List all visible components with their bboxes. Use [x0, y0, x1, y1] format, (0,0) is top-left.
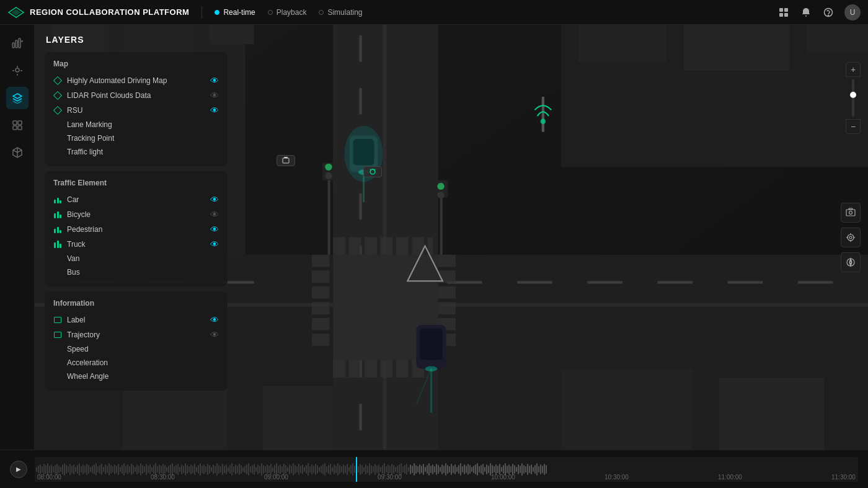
layer-row-hadmap[interactable]: Highly Automated Driving Map 👁: [53, 73, 219, 88]
bell-icon[interactable]: [800, 6, 812, 19]
car-visibility[interactable]: 👁: [210, 195, 219, 205]
sidebar-item-grid[interactable]: [6, 114, 29, 136]
svg-rect-93: [353, 139, 374, 165]
help-icon[interactable]: [822, 6, 835, 19]
layer-row-label[interactable]: Label 👁: [53, 313, 219, 327]
layer-row-rsu[interactable]: RSU 👁: [53, 103, 219, 118]
sidebar-item-layers[interactable]: [6, 87, 29, 109]
mode-simulating[interactable]: Simulating: [319, 8, 362, 17]
svg-rect-58: [333, 237, 345, 255]
layer-row-tracking[interactable]: Tracking Point: [53, 131, 219, 145]
svg-rect-74: [312, 302, 329, 314]
lidar-visibility[interactable]: 👁: [210, 91, 219, 100]
layer-row-wheelangle[interactable]: Wheel Angle: [53, 370, 219, 383]
svg-point-108: [849, 211, 852, 214]
rsu-visibility[interactable]: 👁: [210, 105, 219, 115]
zoom-in-button[interactable]: +: [846, 62, 861, 77]
svg-rect-8: [12, 43, 14, 48]
bicycle-visibility[interactable]: 👁: [210, 210, 219, 220]
sidebar-item-location[interactable]: [6, 60, 29, 82]
timeline: ▶ 08:00:00 08:30:00 09:00:00 09:30:00 10…: [0, 450, 868, 488]
zoom-out-button[interactable]: −: [846, 119, 861, 134]
trajectory-label: Trajectory: [67, 331, 205, 339]
truck-visibility[interactable]: 👁: [210, 239, 219, 249]
svg-rect-36: [359, 35, 361, 61]
svg-point-86: [325, 172, 332, 179]
playback-dot: [268, 10, 273, 15]
traffic-section-header: Traffic Element: [53, 179, 219, 187]
layer-row-pedestrian[interactable]: Pedestrian 👁: [53, 222, 219, 237]
layer-row-lidar[interactable]: LIDAR Point Clouds Data 👁: [53, 88, 219, 103]
mode-selector: Real-time Playback Simulating: [215, 8, 362, 17]
sidebar-item-analytics[interactable]: [6, 32, 29, 55]
layer-row-trafficlight[interactable]: Traffic light: [53, 145, 219, 159]
timeline-track[interactable]: 08:00:00 08:30:00 09:00:00 09:30:00 10:0…: [35, 457, 858, 482]
content-area: LAYERS Map Highly Automated Driving Map …: [35, 25, 868, 450]
compass-button[interactable]: [841, 252, 861, 272]
svg-rect-3: [784, 8, 788, 12]
play-button[interactable]: ▶: [10, 461, 27, 478]
svg-rect-79: [438, 286, 456, 299]
bicycle-icon: [53, 210, 62, 219]
app-title: REGION COLLABORATION PLATFORM: [30, 7, 189, 17]
time-label-7: 11:30:00: [831, 474, 856, 481]
layer-row-acceleration[interactable]: Acceleration: [53, 356, 219, 370]
svg-rect-75: [312, 318, 329, 331]
car-icon: [53, 195, 62, 204]
layer-row-lane[interactable]: Lane Marking: [53, 118, 219, 131]
label-visibility[interactable]: 👁: [210, 315, 219, 325]
target-button[interactable]: [841, 228, 861, 247]
trajectory-visibility[interactable]: 👁: [210, 330, 219, 340]
mode-playback[interactable]: Playback: [268, 8, 307, 17]
layer-row-bicycle[interactable]: Bicycle 👁: [53, 207, 219, 222]
svg-rect-54: [657, 281, 693, 283]
svg-rect-65: [333, 360, 345, 378]
layer-row-truck[interactable]: Truck 👁: [53, 237, 219, 252]
time-label-1: 08:30:00: [151, 474, 175, 481]
simulating-dot: [319, 10, 324, 15]
svg-rect-105: [284, 157, 288, 158]
sidebar: [0, 25, 35, 450]
realtime-label: Real-time: [223, 8, 255, 17]
layer-row-speed[interactable]: Speed: [53, 342, 219, 356]
sidebar-item-box[interactable]: [6, 141, 29, 164]
svg-rect-43: [359, 404, 361, 430]
svg-rect-10: [19, 38, 20, 48]
svg-point-7: [828, 15, 828, 16]
svg-rect-55: [728, 281, 763, 283]
hadmap-visibility[interactable]: 👁: [210, 76, 219, 86]
bus-label: Bus: [53, 268, 219, 277]
header: REGION COLLABORATION PLATFORM Real-time …: [0, 0, 868, 25]
zoom-controls: + −: [846, 62, 861, 134]
layers-title: LAYERS: [45, 35, 228, 45]
user-avatar[interactable]: U: [844, 4, 861, 20]
grid-icon[interactable]: [777, 6, 790, 19]
svg-rect-69: [396, 360, 409, 378]
layer-row-car[interactable]: Car 👁: [53, 192, 219, 207]
svg-point-90: [437, 192, 444, 198]
svg-rect-102: [542, 97, 544, 132]
svg-rect-37: [359, 88, 361, 114]
time-label-2: 09:00:00: [264, 474, 288, 481]
svg-rect-31: [561, 369, 693, 450]
svg-rect-53: [587, 281, 622, 283]
car-bars: [54, 196, 61, 203]
mode-realtime[interactable]: Real-time: [215, 8, 255, 17]
svg-point-85: [325, 164, 332, 171]
svg-point-111: [849, 236, 852, 239]
vehicle-label-1: [277, 155, 295, 166]
svg-rect-16: [13, 126, 17, 130]
layer-row-bus[interactable]: Bus: [53, 265, 219, 279]
layer-row-van[interactable]: Van: [53, 252, 219, 265]
lane-label: Lane Marking: [53, 120, 219, 129]
layer-row-trajectory[interactable]: Trajectory 👁: [53, 327, 219, 342]
pedestrian-visibility[interactable]: 👁: [210, 224, 219, 234]
svg-rect-66: [348, 360, 361, 378]
svg-rect-61: [380, 237, 392, 255]
layers-panel: LAYERS Map Highly Automated Driving Map …: [45, 35, 228, 391]
screenshot-button[interactable]: [841, 203, 861, 223]
diamond-icon: [53, 76, 62, 85]
label-rect-icon: [54, 317, 61, 323]
right-controls: [841, 203, 861, 272]
timeline-controls: ▶ 08:00:00 08:30:00 09:00:00 09:30:00 10…: [0, 450, 868, 488]
